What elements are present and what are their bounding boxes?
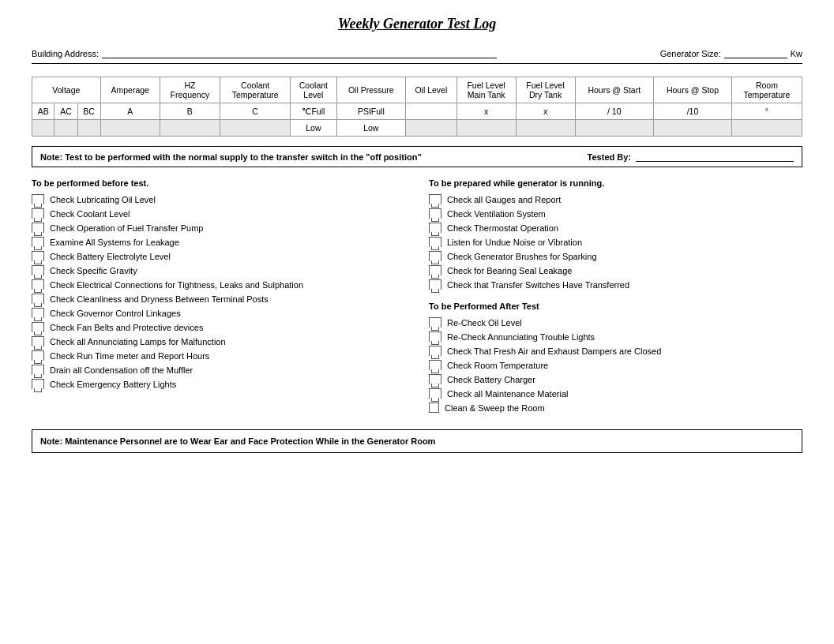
checkbox-icon — [429, 237, 441, 247]
checkbox-icon — [429, 251, 441, 261]
checkbox-icon — [32, 336, 44, 346]
list-item: Check all Gauges and Report — [429, 194, 802, 204]
generator-size-unit: Kw — [791, 49, 802, 58]
checkbox-icon — [429, 346, 441, 356]
page-title: Weekly Generator Test Log — [32, 16, 802, 32]
checkbox-icon — [429, 265, 441, 275]
hours-stop-data — [654, 120, 732, 137]
note-section: Note: Test to be performed with the norm… — [32, 146, 802, 167]
coolant-temp-data — [220, 120, 291, 137]
hz-data — [160, 120, 220, 137]
ab-data — [32, 120, 54, 137]
after-test-title: To be Performed After Test — [429, 301, 802, 311]
list-item: Check Lubricating Oil Level — [32, 194, 405, 204]
list-item: Check Fan Belts and Protective devices — [32, 322, 405, 332]
fuel-main-x: x — [456, 103, 516, 120]
coolant-level-low: Low — [291, 120, 336, 137]
oil-pressure-full: PSIFull — [336, 103, 405, 120]
coolant-level-header: CoolantLevel — [291, 77, 336, 103]
list-item: Check Battery Charger — [429, 374, 802, 384]
list-item: Check for Bearing Seal Leakage — [429, 265, 802, 275]
list-item: Check Emergency Battery Lights — [32, 379, 405, 389]
table-data-row: Low Low — [32, 120, 802, 137]
list-item: Check Electrical Connections for Tightne… — [32, 279, 405, 290]
checkbox-icon — [32, 265, 44, 275]
checkbox-icon — [32, 194, 44, 204]
building-address-line — [102, 48, 497, 58]
hours-start-header: Hours @ Start — [575, 77, 654, 103]
fuel-dry-x: x — [516, 103, 575, 120]
checkbox-icon — [32, 279, 44, 290]
fuel-dry-data — [516, 120, 575, 137]
bc-header: BC — [77, 103, 100, 120]
list-item: Check all Annunciating Lamps for Malfunc… — [32, 336, 405, 346]
list-item: Check Specific Gravity — [32, 265, 405, 275]
ab-header: AB — [32, 103, 54, 120]
oil-level-header: Oil Level — [406, 77, 457, 103]
checkbox-icon — [429, 317, 441, 328]
note-text: Note: Test to be performed with the norm… — [40, 152, 422, 162]
list-item: Check Battery Electrolyte Level — [32, 251, 405, 261]
tested-by-line — [636, 152, 794, 162]
ac-header: AC — [54, 103, 77, 120]
room-temp-cell: ° — [731, 103, 802, 120]
list-item: Examine All Systems for Leakage — [32, 237, 405, 247]
header-section: Building Address: Generator Size: Kw — [32, 48, 802, 64]
hours-stop-cell: /10 — [654, 103, 732, 120]
generator-size-field: Generator Size: Kw — [660, 48, 802, 58]
oil-level-cell — [406, 103, 457, 120]
checkbox-icon — [429, 223, 441, 233]
checkbox-icon — [32, 251, 44, 261]
list-item: Check Coolant Level — [32, 208, 405, 219]
list-item: Clean & Sweep the Room — [429, 402, 802, 413]
data-table: Voltage Amperage HZFrequency CoolantTemp… — [32, 77, 802, 137]
list-item: Check Room Temperature — [429, 360, 802, 370]
fuel-main-data — [456, 120, 516, 137]
list-item: Check Cleanliness and Dryness Between Te… — [32, 294, 405, 304]
checkbox-icon — [32, 223, 44, 233]
checkbox-icon — [32, 365, 44, 375]
generator-size-label: Generator Size: — [660, 49, 721, 58]
tested-by-field: Tested By: — [588, 152, 794, 162]
tested-by-label: Tested By: — [588, 152, 631, 162]
checkbox-icon — [429, 208, 441, 219]
oil-pressure-header: Oil Pressure — [336, 77, 405, 103]
checkbox-square-icon — [429, 402, 439, 413]
table-subheader-row: AB AC BC A B C ℃Full PSIFull x x / 10 /1… — [32, 103, 802, 120]
table-header-row: Voltage Amperage HZFrequency CoolantTemp… — [32, 77, 802, 103]
list-item: Drain all Condensation off the Muffler — [32, 365, 405, 375]
list-item: Check Thermostat Operation — [429, 223, 802, 233]
generator-size-line — [724, 48, 787, 58]
checkbox-icon — [429, 331, 441, 342]
checkbox-icon — [32, 308, 44, 318]
list-item: Check all Maintenance Material — [429, 388, 802, 399]
ac-data — [54, 120, 77, 137]
before-test-column: To be performed before test. Check Lubri… — [32, 178, 405, 417]
list-item: Check Run Time meter and Report Hours — [32, 350, 405, 361]
list-item: Check Governor Control Linkages — [32, 308, 405, 318]
voltage-header: Voltage — [32, 77, 101, 103]
checkbox-icon — [32, 350, 44, 361]
list-item: Listen for Undue Noise or Vibration — [429, 237, 802, 247]
checkbox-icon — [429, 374, 441, 384]
right-column: To be prepared while generator is runnin… — [429, 178, 802, 417]
checkbox-icon — [32, 379, 44, 389]
before-test-title: To be performed before test. — [32, 178, 405, 188]
bc-data — [77, 120, 100, 137]
a-header: A — [100, 103, 160, 120]
bottom-note: Note: Maintenance Personnel are to Wear … — [32, 429, 802, 453]
list-item: Check Operation of Fuel Transfer Pump — [32, 223, 405, 233]
bottom-note-text: Note: Maintenance Personnel are to Wear … — [40, 436, 435, 446]
checkbox-icon — [429, 194, 441, 204]
b-header: B — [160, 103, 220, 120]
checkbox-icon — [429, 360, 441, 370]
oil-pressure-low: Low — [336, 120, 405, 137]
building-address-label: Building Address: — [32, 49, 99, 58]
list-item: Re-Check Annunciating Trouble Lights — [429, 331, 802, 342]
checklist-container: To be performed before test. Check Lubri… — [32, 178, 802, 417]
building-address-field: Building Address: — [32, 48, 497, 58]
list-item: Check Ventilation System — [429, 208, 802, 219]
checkbox-icon — [429, 388, 441, 399]
amperage-header: Amperage — [100, 77, 160, 103]
checkbox-icon — [32, 237, 44, 247]
